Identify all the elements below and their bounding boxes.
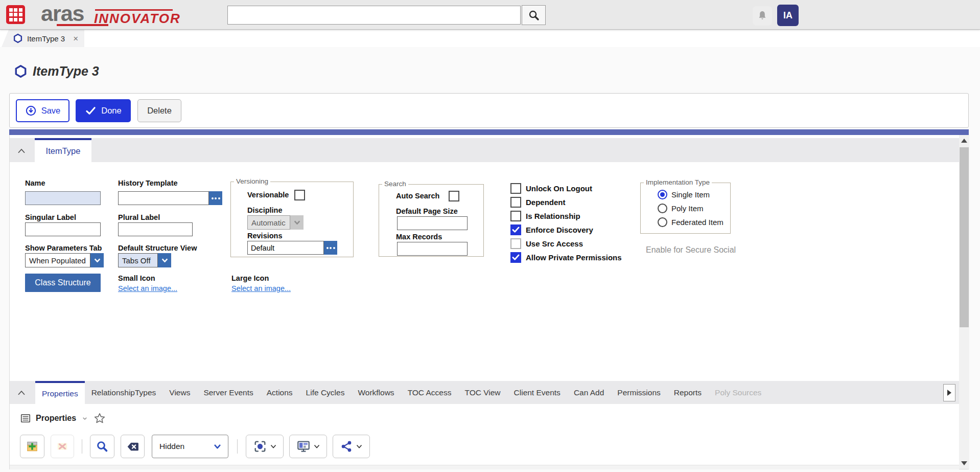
notifications-button[interactable]: [753, 6, 772, 26]
focus-row-menu-button[interactable]: [246, 435, 284, 458]
window-tab-strip: ItemType 3 ×: [0, 29, 980, 47]
dependent-checkbox[interactable]: [510, 197, 521, 208]
scroll-up-button[interactable]: [959, 136, 969, 145]
chevron-down-icon: [94, 257, 101, 263]
global-search-input[interactable]: [227, 6, 521, 25]
show-parameters-tab-select[interactable]: When Populated: [25, 253, 90, 267]
bell-icon: [756, 10, 768, 22]
versioning-legend: Versioning: [234, 177, 270, 185]
vertical-scrollbar[interactable]: [959, 135, 969, 469]
logo-overline: [95, 9, 173, 11]
poly-item-label: Poly Item: [671, 204, 704, 213]
tab-relationshiptypes[interactable]: RelationshipTypes: [85, 381, 163, 404]
singular-label-label: Singular Label: [25, 213, 76, 221]
delete-button[interactable]: Delete: [137, 99, 181, 122]
done-button[interactable]: Done: [76, 99, 131, 122]
tab-server-events[interactable]: Server Events: [197, 381, 260, 404]
max-records-label: Max Records: [396, 233, 442, 241]
tab-views[interactable]: Views: [162, 381, 197, 404]
large-icon-select-link[interactable]: Select an image...: [231, 284, 291, 293]
collapse-relationships-button[interactable]: [15, 387, 28, 398]
chevron-down-icon: [161, 257, 169, 263]
versionable-checkbox[interactable]: [294, 190, 305, 200]
favorite-star-icon[interactable]: [94, 412, 106, 424]
name-label: Name: [25, 179, 45, 187]
tab-toc-view[interactable]: TOC View: [458, 381, 507, 404]
federated-item-radio[interactable]: [658, 217, 667, 227]
default-structure-view-dropdown-button[interactable]: [158, 253, 171, 267]
max-records-input[interactable]: [397, 242, 468, 256]
add-row-button[interactable]: [20, 435, 44, 458]
small-icon-label: Small Icon: [118, 274, 155, 282]
properties-grid-title: Properties: [36, 414, 76, 423]
plural-label-input[interactable]: [118, 222, 193, 236]
implementation-type-legend: Implementation Type: [644, 178, 712, 186]
run-search-button[interactable]: [90, 435, 114, 458]
done-button-label: Done: [101, 106, 121, 116]
app-launcher-grid-icon[interactable]: [6, 5, 25, 24]
revisions-picker-button[interactable]: [324, 241, 337, 255]
chevron-up-icon: [17, 389, 26, 396]
collapse-form-section-button[interactable]: [15, 145, 28, 156]
tab-client-events[interactable]: Client Events: [507, 381, 567, 404]
innovator-logo: INNOVATOR: [94, 11, 181, 27]
default-page-size-input[interactable]: [397, 216, 468, 230]
grid-header-strip: [10, 465, 959, 469]
arrow-up-icon: [961, 139, 967, 143]
save-button[interactable]: Save: [16, 99, 69, 122]
hidden-filter-select[interactable]: Hidden: [152, 435, 228, 458]
enforce-discovery-checkbox[interactable]: [510, 224, 521, 235]
scroll-down-button[interactable]: [959, 459, 969, 468]
tab-toc-access[interactable]: TOC Access: [401, 381, 458, 404]
use-src-access-checkbox: [510, 238, 521, 249]
delete-button-label: Delete: [147, 106, 172, 116]
app-header: aras INNOVATOR IA: [0, 0, 980, 29]
default-structure-view-select[interactable]: Tabs Off: [118, 253, 158, 267]
focus-target-icon: [253, 439, 267, 454]
scrollbar-thumb[interactable]: [960, 147, 969, 327]
clear-search-button[interactable]: [121, 435, 145, 458]
poly-item-radio[interactable]: [658, 204, 667, 213]
single-item-radio[interactable]: [658, 190, 667, 199]
singular-label-input[interactable]: [25, 222, 101, 236]
discipline-label: Discipline: [247, 206, 283, 214]
chevron-down-icon: [270, 443, 277, 449]
versioning-group: Versioning Versionable Discipline Automa…: [230, 182, 354, 257]
tab-can-add[interactable]: Can Add: [567, 381, 611, 404]
tab-reports[interactable]: Reports: [667, 381, 708, 404]
tab-overflow-button[interactable]: [943, 384, 955, 401]
tab-itemtype[interactable]: ItemType: [35, 138, 91, 162]
search-icon: [527, 9, 541, 22]
unlock-on-logout-checkbox[interactable]: [510, 183, 521, 194]
tab-workflows[interactable]: Workflows: [351, 381, 401, 404]
history-template-input[interactable]: [118, 191, 209, 205]
user-avatar[interactable]: IA: [777, 5, 799, 26]
arrow-down-icon: [961, 461, 967, 465]
history-template-picker-button[interactable]: [209, 191, 222, 205]
revisions-input[interactable]: [247, 241, 324, 255]
default-structure-view-label: Default Structure View: [118, 244, 197, 252]
name-input[interactable]: [25, 191, 101, 205]
tab-permissions[interactable]: Permissions: [611, 381, 667, 404]
history-template-label: History Template: [118, 179, 178, 187]
tab-actions[interactable]: Actions: [260, 381, 299, 404]
close-icon[interactable]: ×: [73, 34, 78, 43]
add-row-icon: [26, 440, 39, 453]
window-tab-itemtype3[interactable]: ItemType 3 ×: [2, 30, 84, 47]
tab-properties[interactable]: Properties: [35, 381, 85, 404]
class-structure-button[interactable]: Class Structure: [25, 274, 101, 292]
small-icon-select-link[interactable]: Select an image...: [118, 284, 177, 293]
tab-life-cycles[interactable]: Life Cycles: [299, 381, 352, 404]
is-relationship-checkbox[interactable]: [510, 211, 521, 221]
allow-private-permissions-checkbox[interactable]: [510, 252, 521, 263]
save-button-label: Save: [41, 106, 61, 116]
toolbar-divider: [82, 439, 82, 454]
itemtype-hexagon-icon: [14, 64, 28, 78]
show-parameters-tab-dropdown-button[interactable]: [90, 253, 104, 267]
layout-view-menu-button[interactable]: [289, 435, 327, 458]
chevron-down-icon[interactable]: [81, 414, 89, 422]
share-menu-button[interactable]: [333, 435, 370, 458]
grid-view-icon: [20, 413, 31, 424]
auto-search-checkbox[interactable]: [449, 191, 459, 201]
global-search-button[interactable]: [522, 5, 546, 25]
